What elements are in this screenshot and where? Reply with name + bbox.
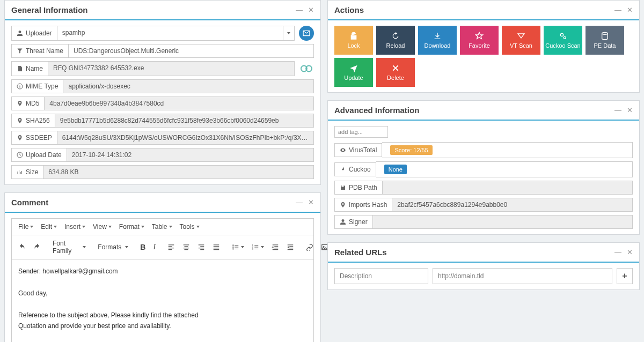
menu-format[interactable]: Format (116, 221, 148, 233)
signer-value (373, 215, 633, 229)
minimize-icon[interactable]: — (614, 248, 621, 256)
editor-toolbar: File Edit Insert View Format Table Tools… (11, 218, 314, 259)
related-title: Related URLs (334, 248, 387, 257)
ssdeep-label: SSDEEP (11, 131, 57, 145)
delete-button[interactable]: Delete (376, 58, 415, 87)
indent-icon (287, 243, 294, 251)
uploader-dropdown[interactable] (283, 26, 295, 41)
cuckoo-badge: None (384, 165, 407, 174)
upload-label: Upload Date (11, 148, 67, 162)
redo-icon (33, 243, 41, 251)
align-justify-button[interactable] (209, 241, 223, 253)
minimize-icon[interactable]: — (614, 6, 621, 14)
bullet-list-button[interactable] (229, 241, 247, 253)
mime-label: MIME Type (11, 79, 63, 93)
outdent-icon (272, 243, 279, 251)
menu-insert[interactable]: Insert (61, 221, 89, 233)
md5-label: MD5 (11, 96, 44, 110)
vt-link[interactable] (299, 61, 314, 76)
favorite-button[interactable]: Favorite (460, 26, 499, 55)
align-right-button[interactable] (194, 241, 208, 253)
virustotal-icon (301, 63, 312, 75)
fontfamily-select[interactable]: Font Family (49, 237, 89, 257)
pdb-value (383, 181, 633, 195)
bullet-list-icon (232, 243, 239, 251)
comment-editor[interactable]: Sender: howellpalkar9@gmail.com Good day… (11, 259, 314, 342)
menu-tools[interactable]: Tools (177, 221, 203, 233)
pin-icon (17, 135, 23, 141)
align-justify-icon (213, 243, 220, 251)
comment-title: Comment (11, 198, 48, 207)
pdb-label: PDB Path (334, 181, 383, 195)
related-urls-panel: Related URLs — ✕ + (327, 242, 640, 290)
update-button[interactable]: Update (334, 58, 373, 87)
size-value: 634.88 KB (43, 165, 314, 179)
indent-button[interactable] (283, 241, 297, 253)
cuckoo-button[interactable]: Cuckoo Scan (544, 26, 582, 55)
minimize-icon[interactable]: — (296, 198, 303, 206)
upload-value: 2017-10-24 14:31:02 (67, 148, 314, 162)
save-icon (340, 184, 346, 191)
actions-panel: Actions — ✕ Lock Reload Download Favorit… (327, 0, 640, 93)
filter-icon (17, 48, 23, 54)
name-value: RFQ GNI34773382 645532.exe (48, 61, 295, 76)
uploader-value[interactable]: spamhp (57, 26, 283, 41)
url-description-input[interactable] (334, 268, 428, 284)
minimize-icon[interactable]: — (296, 6, 303, 14)
imports-value: 2baf2cf5457a6cbc889a1294e9abb0e0 (392, 198, 633, 212)
url-input[interactable] (433, 268, 612, 284)
sha256-value: 9e5bdb17771b5d6288c82d744555d6fcfc931f58… (55, 114, 314, 128)
outdent-button[interactable] (268, 241, 282, 253)
user-icon (340, 219, 346, 225)
svg-point-14 (602, 32, 608, 34)
undo-icon (18, 243, 26, 251)
align-left-icon (167, 243, 175, 251)
pin-icon (340, 202, 346, 208)
download-button[interactable]: Download (418, 26, 457, 55)
number-list-button[interactable]: 123 (248, 241, 267, 253)
link-button[interactable] (303, 241, 317, 253)
align-left-button[interactable] (164, 241, 178, 253)
bold-button[interactable]: B (137, 241, 149, 254)
svg-point-5 (232, 247, 233, 248)
signer-label: Signer (334, 215, 373, 229)
gears-icon (559, 32, 567, 40)
align-right-icon (197, 243, 205, 251)
database-icon (601, 32, 609, 40)
menu-file[interactable]: File (15, 221, 36, 233)
star-icon (475, 32, 484, 40)
vtscan-button[interactable]: VT Scan (502, 26, 540, 55)
file-icon (17, 65, 23, 72)
undo-button[interactable] (15, 241, 29, 253)
add-tag-input[interactable] (334, 126, 388, 138)
mail-button[interactable] (299, 26, 314, 41)
user-icon (17, 30, 23, 36)
reload-button[interactable]: Reload (376, 26, 415, 55)
formats-select[interactable]: Formats (94, 241, 131, 253)
close-icon[interactable]: ✕ (627, 106, 633, 114)
redo-button[interactable] (30, 241, 44, 253)
minimize-icon[interactable]: — (614, 106, 621, 114)
vt-score-badge: Score: 12/55 (390, 145, 432, 155)
menu-table[interactable]: Table (149, 221, 175, 233)
align-center-button[interactable] (179, 241, 193, 253)
close-icon[interactable]: ✕ (308, 198, 314, 206)
pedata-button[interactable]: PE Data (586, 26, 624, 55)
clock-icon (17, 152, 23, 158)
md5-value: 4ba7d0eae9b6be997340a4b3847580cd (44, 96, 314, 110)
close-icon[interactable]: ✕ (627, 248, 633, 256)
menu-view[interactable]: View (90, 221, 115, 233)
menu-edit[interactable]: Edit (38, 221, 60, 233)
close-icon[interactable]: ✕ (308, 6, 314, 14)
info-icon (17, 83, 23, 90)
lock-button[interactable]: Lock (334, 26, 373, 55)
add-url-button[interactable]: + (617, 268, 633, 284)
svg-point-6 (232, 248, 233, 249)
threatname-value[interactable]: UDS:DangerousObject.Multi.Generic (68, 44, 314, 58)
unlock-icon (349, 32, 358, 40)
actions-title: Actions (334, 5, 364, 14)
close-icon[interactable]: ✕ (627, 6, 633, 14)
italic-button[interactable]: I (150, 241, 159, 254)
fire-icon (340, 166, 346, 173)
advanced-title: Advanced Information (334, 106, 419, 115)
